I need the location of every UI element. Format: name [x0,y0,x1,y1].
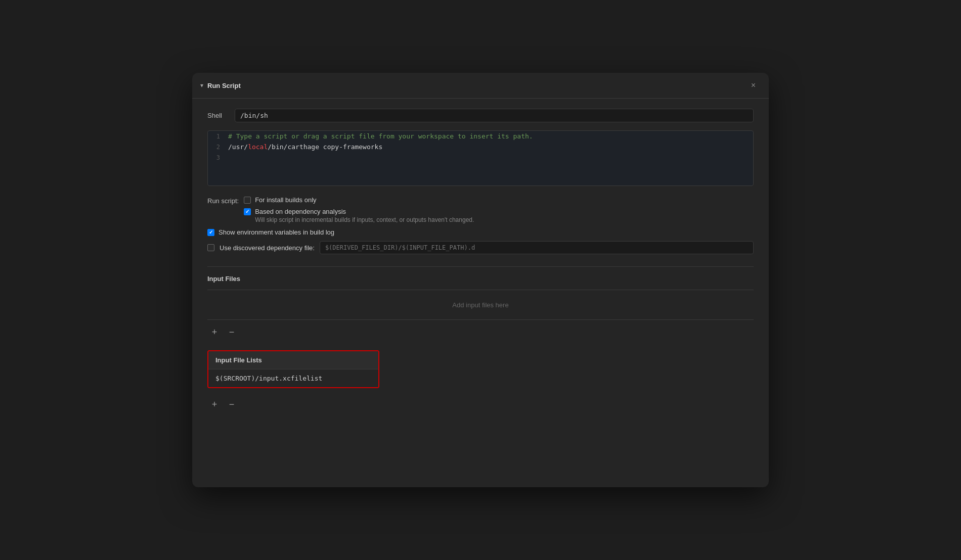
shell-label: Shell [207,112,228,119]
code-empty-line [228,154,753,161]
dependency-hint: Will skip script in incremental builds i… [255,216,474,223]
dependency-analysis-checkbox[interactable] [244,208,251,215]
panel-title: Run Script [207,82,241,89]
dependency-analysis-group: Based on dependency analysis Will skip s… [244,208,474,223]
line-number-1: 1 [208,133,228,140]
panel-title-group: ▾ Run Script [200,82,241,89]
dep-file-row: Use discovered dependency file: [207,241,754,254]
run-script-row: Run script: For install builds only Base… [207,196,754,223]
dep-file-checkbox[interactable] [207,244,214,251]
run-script-panel: ▾ Run Script × Shell 1 # Type a script o… [192,73,769,487]
show-env-vars-label: Show environment variables in build log [219,228,334,236]
install-builds-row: For install builds only [244,196,474,204]
run-script-checkboxes: For install builds only Based on depende… [244,196,474,223]
input-file-lists-header: Input File Lists [208,351,378,369]
dep-file-label: Use discovered dependency file: [220,244,315,252]
code-editor[interactable]: 1 # Type a script or drag a script file … [207,130,754,186]
line-number-3: 3 [208,154,228,161]
panel-header: ▾ Run Script × [192,73,769,99]
input-files-divider [207,266,754,267]
input-files-drop-area[interactable]: Add input files here [207,290,754,320]
code-line-1: 1 # Type a script or drag a script file … [208,131,753,142]
show-env-vars-checkbox[interactable] [207,229,214,236]
dependency-analysis-row: Based on dependency analysis [244,208,474,215]
remove-input-file-button[interactable]: − [226,326,238,338]
code-command: /usr/local/bin/carthage copy-frameworks [228,143,753,151]
dep-file-input[interactable] [320,241,754,254]
code-line-3: 3 [208,152,753,163]
remove-file-list-button[interactable]: − [226,398,238,410]
code-line-2: 2 /usr/local/bin/carthage copy-framework… [208,142,753,152]
add-file-list-button[interactable]: + [208,398,221,410]
run-script-options: Run script: For install builds only Base… [207,196,754,254]
input-files-header: Input Files [207,275,754,283]
panel-content: Shell 1 # Type a script or drag a script… [192,99,769,426]
input-file-lists-container: Input File Lists $(SRCROOT)/input.xcfile… [207,350,379,388]
install-builds-checkbox[interactable] [244,197,251,204]
add-input-file-button[interactable]: + [208,326,221,338]
code-comment: # Type a script or drag a script file fr… [228,132,753,140]
show-env-vars-row: Show environment variables in build log [207,228,754,236]
run-script-label: Run script: [207,196,239,205]
install-builds-label: For install builds only [255,196,316,204]
shell-row: Shell [207,109,754,122]
chevron-down-icon: ▾ [200,82,203,89]
line-number-2: 2 [208,144,228,151]
dependency-analysis-label: Based on dependency analysis [255,208,346,215]
file-lists-add-remove: + − [207,398,754,410]
input-files-placeholder: Add input files here [452,301,508,309]
close-button[interactable]: × [748,80,759,91]
shell-input[interactable] [235,109,754,122]
input-files-add-remove: + − [207,326,754,338]
file-list-item[interactable]: $(SRCROOT)/input.xcfilelist [208,369,378,387]
